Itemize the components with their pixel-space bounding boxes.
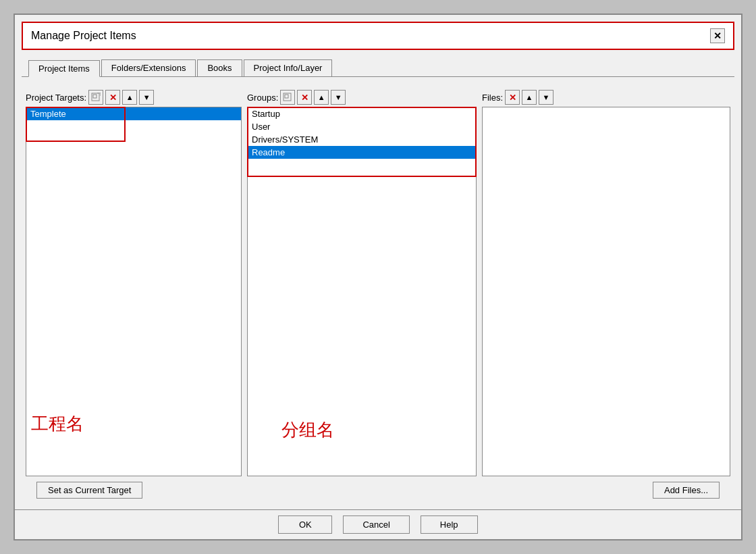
project-targets-toolbar: Project Targets: ✕ ▲ — [26, 88, 242, 107]
up-icon: ▲ — [526, 93, 533, 101]
tab-folders-extensions[interactable]: Folders/Extensions — [101, 59, 196, 76]
set-current-target-button[interactable]: Set as Current Target — [36, 482, 142, 499]
manage-project-items-dialog: Manage Project Items ✕ Project Items Fol… — [14, 14, 742, 540]
new-icon — [283, 93, 292, 102]
list-item[interactable]: Drivers/SYSTEM — [248, 133, 476, 146]
help-button[interactable]: Help — [421, 515, 478, 534]
up-icon: ▲ — [126, 93, 134, 101]
project-targets-label: Project Targets: — [26, 93, 86, 103]
bottom-left-buttons: Set as Current Target — [36, 482, 142, 499]
title-bar: Manage Project Items ✕ — [22, 22, 734, 50]
tabs-bar: Project Items Folders/Extensions Books P… — [22, 54, 734, 77]
up-icon: ▲ — [318, 93, 325, 101]
project-targets-annotation: 工程名 — [31, 412, 84, 436]
files-label: Files: — [482, 93, 503, 103]
groups-down-btn[interactable]: ▼ — [331, 90, 346, 105]
project-targets-panel: Project Targets: ✕ ▲ — [26, 88, 242, 476]
bottom-right-buttons: Add Files... — [653, 482, 720, 499]
files-up-btn[interactable]: ▲ — [522, 90, 537, 105]
footer-bar: OK Cancel Help — [15, 509, 741, 539]
list-item[interactable]: Startup — [248, 107, 476, 120]
project-targets-list-bg[interactable]: Templete 工程名 — [26, 107, 242, 476]
groups-list-container: Startup User Drivers/SYSTEM Readme 分组名 — [247, 107, 477, 476]
tab-books[interactable]: Books — [197, 59, 242, 76]
files-delete-btn[interactable]: ✕ — [505, 90, 520, 105]
groups-toolbar: Groups: ✕ ▲ ▼ — [247, 88, 477, 107]
groups-up-btn[interactable]: ▲ — [314, 90, 329, 105]
groups-delete-btn[interactable]: ✕ — [297, 90, 312, 105]
project-targets-delete-btn[interactable]: ✕ — [105, 90, 120, 105]
down-icon: ▼ — [143, 93, 151, 101]
files-list-bg[interactable] — [482, 107, 730, 476]
project-targets-list-container: Templete 工程名 — [26, 107, 242, 476]
project-targets-up-btn[interactable]: ▲ — [122, 90, 137, 105]
groups-list-bg[interactable]: Startup User Drivers/SYSTEM Readme 分组名 — [247, 107, 477, 476]
bottom-buttons-bar: Set as Current Target Add Files... — [26, 476, 730, 503]
tab-project-items[interactable]: Project Items — [28, 60, 100, 77]
list-item[interactable]: Templete — [26, 107, 241, 120]
list-item[interactable]: User — [248, 120, 476, 133]
svg-rect-1 — [93, 95, 97, 98]
delete-icon: ✕ — [509, 93, 516, 103]
down-icon: ▼ — [543, 93, 550, 101]
files-down-btn[interactable]: ▼ — [539, 90, 554, 105]
groups-new-btn[interactable] — [280, 90, 295, 105]
groups-annotation: 分组名 — [281, 418, 334, 442]
list-item[interactable]: Readme — [248, 146, 476, 159]
delete-icon: ✕ — [109, 93, 117, 103]
down-icon: ▼ — [335, 93, 342, 101]
svg-rect-5 — [285, 95, 288, 98]
new-icon — [91, 93, 101, 102]
panels-container: Project Targets: ✕ ▲ — [26, 88, 730, 476]
files-panel: Files: ✕ ▲ ▼ — [482, 88, 730, 476]
groups-panel: Groups: ✕ ▲ ▼ — [247, 88, 477, 476]
files-list — [483, 107, 730, 476]
content-area: Project Targets: ✕ ▲ — [15, 77, 741, 509]
files-toolbar: Files: ✕ ▲ ▼ — [482, 88, 730, 107]
project-targets-new-btn[interactable] — [88, 90, 103, 105]
add-files-button[interactable]: Add Files... — [653, 482, 720, 499]
groups-label: Groups: — [247, 93, 278, 103]
close-button[interactable]: ✕ — [710, 28, 725, 43]
dialog-title: Manage Project Items — [31, 30, 136, 42]
tab-project-info-layer[interactable]: Project Info/Layer — [244, 59, 333, 76]
project-targets-down-btn[interactable]: ▼ — [139, 90, 154, 105]
delete-icon: ✕ — [301, 93, 308, 103]
ok-button[interactable]: OK — [278, 515, 332, 534]
cancel-button[interactable]: Cancel — [343, 515, 409, 534]
